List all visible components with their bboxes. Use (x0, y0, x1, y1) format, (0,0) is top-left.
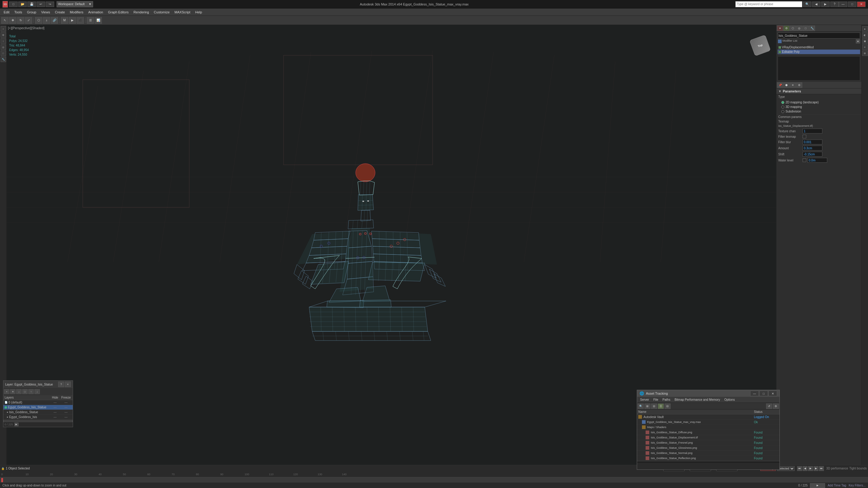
utils-panel-btn[interactable]: 🔧 (809, 26, 815, 31)
right-icon-5[interactable]: ⊞ (862, 51, 868, 56)
menu-maxscript[interactable]: MAXScript (172, 10, 193, 14)
search-prev-btn[interactable]: ◀ (812, 2, 820, 7)
material-editor-btn[interactable]: M (61, 17, 68, 24)
asset-row-8[interactable]: Isis_Goddess_Statue_Reflection.png Found (637, 456, 779, 461)
asset-row-2[interactable]: Maps / Shaders (637, 425, 779, 430)
open-btn[interactable]: 📂 (18, 2, 27, 7)
menu-modifiers[interactable]: Modifiers (67, 10, 86, 14)
right-icon-3[interactable]: ▣ (862, 38, 868, 44)
menu-help[interactable]: Help (193, 10, 205, 14)
color-swatch-1[interactable] (778, 39, 782, 43)
display-panel-btn[interactable]: □ (803, 26, 809, 31)
layer-mgr-btn[interactable]: ☰ (87, 17, 94, 24)
search-icon[interactable]: 🔍 (803, 2, 811, 7)
asset-row-6[interactable]: Isis_Goddess_Statue_Glossiness.png Found (637, 446, 779, 451)
add-time-tag[interactable]: Add Time Tag (828, 484, 846, 487)
right-icon-4[interactable]: ≡ (862, 44, 868, 50)
move-btn[interactable]: ✥ (9, 17, 17, 24)
display-icon[interactable]: □ (1, 51, 6, 56)
play-prev-btn[interactable]: ◀ (803, 466, 807, 471)
configure-btn[interactable]: ⚙ (796, 83, 802, 88)
asset-row-4[interactable]: Isis_Goddess_Statue_Displacement.tif Fou… (637, 435, 779, 440)
menu-graph-editors[interactable]: Graph Editors (105, 10, 131, 14)
asset-row-0[interactable]: Autodesk Vault Logged On (637, 415, 779, 420)
timeline-track[interactable] (0, 477, 868, 483)
modifier-list-dropdown[interactable]: ▼ (856, 39, 860, 43)
layer-select-objects-btn[interactable]: □ (22, 389, 28, 394)
asset-collapse-btn[interactable]: ⊟ (651, 403, 657, 409)
modify-icon[interactable]: ⚙ (1, 32, 6, 38)
asset-row-5[interactable]: Isis_Goddess_Statue_Fresnel.png Found (637, 440, 779, 446)
layer-add-selected-btn[interactable]: ↓ (16, 389, 22, 394)
radio-3d-btn[interactable] (781, 105, 784, 108)
help-icon[interactable]: ? (830, 2, 839, 7)
layer-scrollbar[interactable] (3, 420, 73, 422)
menu-edit[interactable]: Edit (1, 10, 12, 14)
asset-row-7[interactable]: Isis_Goddess_Statue_Normal.png Found (637, 451, 779, 456)
undo-btn[interactable]: ↩ (36, 2, 45, 7)
asset-settings-btn[interactable]: ⚙ (773, 403, 779, 409)
water-level-checkbox[interactable] (803, 158, 806, 162)
amount-input[interactable] (803, 145, 823, 151)
filter-blur-input[interactable] (803, 139, 823, 144)
search-next-btn[interactable]: ▶ (821, 2, 830, 7)
right-icon-2[interactable]: ◐ (862, 32, 868, 38)
hierarchy-panel-btn[interactable]: ⬡ (790, 26, 796, 31)
track-view-btn[interactable]: 📊 (95, 17, 102, 24)
asset-minimize-btn[interactable]: — (750, 391, 759, 396)
search-input[interactable] (735, 1, 802, 7)
shift-input[interactable] (803, 152, 823, 157)
asset-refresh-btn[interactable]: ↺ (766, 403, 772, 409)
layer-row-2[interactable]: ▸ Isis_Goddess_Statue — — (3, 410, 73, 415)
texture-path-value[interactable]: iss_Statue_Displacement.tif) (778, 124, 839, 127)
workspace-selector[interactable]: Workspace: Default ▼ (57, 1, 93, 7)
mirror-btn[interactable]: ⬡ (35, 17, 42, 24)
asset-menu-file[interactable]: File (651, 398, 660, 402)
params-collapse-arrow[interactable]: ▼ (778, 89, 782, 93)
utilities-icon[interactable]: 🔧 (1, 57, 6, 62)
asset-find-btn[interactable]: 🔍 (638, 403, 644, 409)
menu-create[interactable]: Create (52, 10, 67, 14)
create-icon[interactable]: + (1, 26, 6, 32)
close-btn[interactable]: ✕ (857, 2, 866, 7)
menu-group[interactable]: Group (25, 10, 39, 14)
radio-subdivision[interactable]: Subdivision (779, 109, 858, 114)
asset-row-3[interactable]: Isis_Goddess_Statue_Diffuse.png Found (637, 430, 779, 435)
asset-row-1[interactable]: Egypt_Goddess_Isis_Statue_max_vray.max O… (637, 420, 779, 425)
layer-close-btn[interactable]: × (65, 382, 71, 387)
pin-btn[interactable]: 📌 (777, 83, 783, 88)
right-icon-1[interactable]: ● (862, 26, 868, 32)
snap-btn[interactable]: 🔗 (51, 17, 58, 24)
water-level-input[interactable] (807, 158, 827, 163)
layer-scroll-track[interactable] (3, 420, 73, 422)
radio-subdivision-btn[interactable] (781, 110, 784, 113)
modify-panel-btn[interactable]: ⚙ (783, 26, 789, 31)
layer-scroll-right[interactable]: ▶ (14, 423, 19, 426)
menu-customize[interactable]: Customize (152, 10, 172, 14)
play-last-btn[interactable]: ⏭ (819, 466, 824, 471)
play-first-btn[interactable]: ⏮ (797, 466, 802, 471)
menu-tools[interactable]: Tools (12, 10, 25, 14)
radio-3d[interactable]: 3D mapping (779, 105, 858, 109)
menu-rendering[interactable]: Rendering (131, 10, 152, 14)
minimize-btn[interactable]: — (839, 2, 847, 7)
make-unique-btn[interactable]: ⬢ (783, 83, 789, 88)
select-btn[interactable]: ↖ (1, 17, 8, 24)
layer-down-btn[interactable]: ↓ (34, 389, 40, 394)
motion-icon[interactable]: ◎ (1, 44, 6, 50)
modifier-item-2[interactable]: Editable Poly (778, 50, 860, 54)
key-filters[interactable]: Key Filters... (848, 484, 866, 487)
asset-scrollbar[interactable] (637, 461, 779, 463)
menu-views[interactable]: Views (39, 10, 52, 14)
layer-row-1[interactable]: Egypt_Goddess_Isis_Statue — — (3, 405, 73, 410)
play-btn[interactable]: ▶ (808, 466, 813, 471)
asset-detail-btn[interactable]: ⊟ (664, 403, 671, 409)
texture-chan-input[interactable] (803, 129, 823, 133)
layer-delete-btn[interactable]: ✕ (10, 389, 16, 394)
layer-new-btn[interactable]: + (4, 389, 9, 394)
asset-menu-bitmap[interactable]: Bitmap Performance and Memory (673, 398, 722, 402)
nav-cube[interactable]: Top (752, 37, 773, 58)
asset-menu-paths[interactable]: Paths (661, 398, 672, 402)
menu-animation[interactable]: Animation (86, 10, 105, 14)
asset-close-btn[interactable]: ✕ (769, 391, 777, 396)
